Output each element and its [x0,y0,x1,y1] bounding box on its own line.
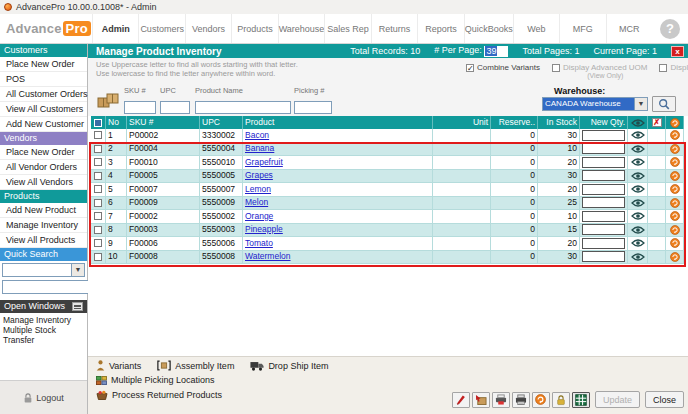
col-unit[interactable]: Unit [433,116,491,129]
eye-icon[interactable] [631,172,645,180]
combine-variants-option[interactable]: ✓ Combine Variants [466,63,540,79]
product-link[interactable]: Lemon [245,183,271,196]
new-qty-input[interactable] [582,211,625,222]
row-checkbox[interactable] [94,131,102,139]
nav-item-warehouse[interactable]: Warehouse [278,14,325,43]
col-sku[interactable]: SKU # [127,116,200,129]
row-checkbox[interactable] [94,185,102,193]
eye-icon[interactable] [631,226,645,234]
nav-item-products[interactable]: Products [231,14,277,43]
help-icon[interactable]: ? [660,19,680,39]
combine-variants-checkbox[interactable]: ✓ [466,64,474,72]
nav-item-quickbooks[interactable]: QuickBooks [464,14,513,43]
col-new-qty[interactable]: New Qty. [580,116,628,129]
upc-search-input[interactable] [160,101,190,114]
nav-item-customers[interactable]: Customers [138,14,184,43]
row-checkbox[interactable] [94,226,102,234]
new-qty-input[interactable] [582,224,625,235]
orange-return-icon[interactable] [670,252,680,262]
eye-icon[interactable] [631,199,645,207]
eye-icon[interactable] [631,158,645,166]
chevron-down-icon[interactable]: ▼ [634,98,647,110]
row-checkbox[interactable] [94,145,102,153]
product-link[interactable]: Melon [245,197,268,210]
sku-search-input[interactable] [124,101,156,114]
warehouse-go-button[interactable] [652,96,676,112]
orange-return-icon[interactable] [670,157,680,167]
sidebar-item-place-new-order-vendor[interactable]: Place New Order [0,145,87,160]
process-returns-button[interactable] [532,392,550,408]
close-panel-button[interactable]: x [671,46,684,57]
eye-icon[interactable] [631,131,645,139]
nav-item-returns[interactable]: Returns [371,14,417,43]
new-qty-input[interactable] [582,157,625,168]
update-button[interactable]: Update [595,391,640,408]
quick-search-dropdown[interactable]: ▼ [2,263,85,277]
nav-item-sales-rep[interactable]: Sales Rep [324,14,370,43]
orange-return-icon[interactable] [670,225,680,235]
sidebar-item-all-customer-orders[interactable]: All Customer Orders [0,87,87,102]
eye-icon[interactable] [631,239,645,247]
new-qty-input[interactable] [582,238,625,249]
new-qty-input[interactable] [582,143,625,154]
sidebar-item-pos[interactable]: POS [0,72,87,87]
sidebar-item-add-new-customer[interactable]: Add New Customer [0,117,87,132]
orange-return-icon[interactable] [670,238,680,248]
new-qty-input[interactable] [582,130,625,141]
product-link[interactable]: Bacon [245,129,269,142]
display-uom-option[interactable]: Display Advanced UOM(View Only) [552,63,647,79]
eye-icon[interactable] [631,185,645,193]
red-pen-button[interactable] [452,392,470,408]
print-button[interactable] [512,392,530,408]
new-qty-input[interactable] [582,251,625,262]
row-checkbox[interactable] [94,212,102,220]
sidebar-item-add-new-product[interactable]: Add New Product [0,203,87,218]
row-checkbox[interactable] [94,253,102,261]
open-window-manage-inventory[interactable]: Manage Inventory [3,315,84,325]
multiple-picking-locations[interactable]: Multiple Picking Locations [96,375,215,385]
product-link[interactable]: Grapes [245,170,273,183]
product-link[interactable]: Banana [245,143,274,156]
row-checkbox[interactable] [94,199,102,207]
eye-icon[interactable] [631,253,645,261]
nav-item-mfg[interactable]: MFG [559,14,605,43]
nav-item-mcr[interactable]: MCR [606,14,652,43]
product-name-search-input[interactable] [195,101,291,114]
orange-return-icon[interactable] [670,184,680,194]
product-link[interactable]: Orange [245,210,273,223]
import-products-button[interactable] [472,392,490,408]
product-link[interactable]: Grapefruit [245,156,283,169]
row-checkbox[interactable] [94,172,102,180]
sidebar-item-manage-inventory[interactable]: Manage Inventory [0,218,87,233]
col-product[interactable]: Product [243,116,433,129]
display-inactive-checkbox[interactable] [659,64,667,72]
row-checkbox[interactable] [94,158,102,166]
process-returned-products[interactable]: Process Returned Products [96,390,222,400]
row-checkbox[interactable] [94,239,102,247]
orange-return-icon[interactable] [670,198,680,208]
nav-item-vendors[interactable]: Vendors [185,14,231,43]
col-no[interactable]: No [106,116,127,129]
logout-area[interactable]: Logout [0,380,87,414]
product-link[interactable]: Pineapple [245,224,283,237]
lock-button[interactable] [552,392,570,408]
nav-item-web[interactable]: Web [513,14,559,43]
warehouse-dropdown[interactable]: CANADA Warehouse ▼ [542,97,648,111]
close-button[interactable]: Close [645,391,684,408]
display-uom-checkbox[interactable] [552,64,560,72]
orange-return-icon[interactable] [670,171,680,181]
sidebar-item-view-all-products[interactable]: View All Products [0,233,87,248]
col-in-stock[interactable]: In Stock [538,116,580,129]
chevron-down-icon[interactable]: ▼ [71,264,84,276]
nav-item-admin[interactable]: Admin [92,14,138,43]
nav-item-reports[interactable]: Reports [417,14,463,43]
sidebar-item-place-new-order-customer[interactable]: Place New Order [0,57,87,72]
select-all-checkbox[interactable] [94,119,102,127]
export-excel-button[interactable] [572,392,590,408]
orange-return-icon[interactable] [670,130,680,140]
product-link[interactable]: Watermelon [245,251,291,264]
eye-icon[interactable] [631,212,645,220]
eye-icon[interactable] [631,145,645,153]
product-link[interactable]: Tomato [245,237,273,250]
new-qty-input[interactable] [582,184,625,195]
